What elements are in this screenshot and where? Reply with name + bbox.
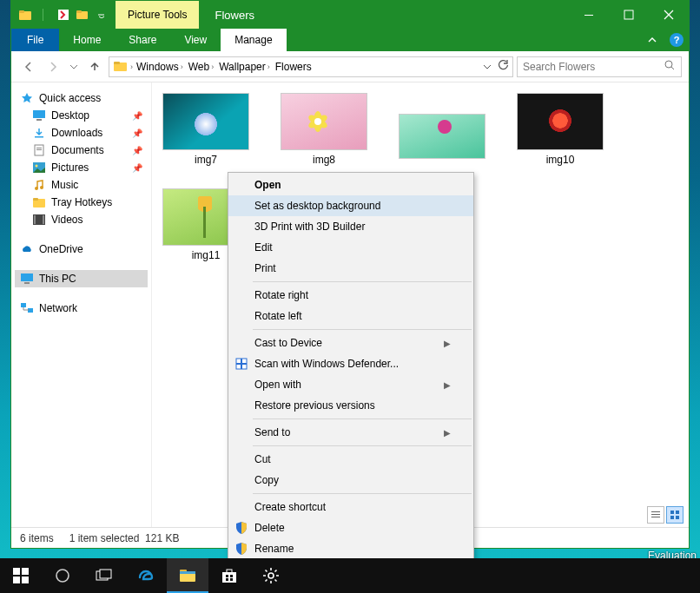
sidebar-item-network[interactable]: Network xyxy=(15,300,148,317)
crumb-flowers[interactable]: Flowers xyxy=(274,61,314,73)
sidebar-item-downloads[interactable]: Downloads📌 xyxy=(15,124,148,142)
refresh-button[interactable] xyxy=(497,59,509,74)
settings-button[interactable] xyxy=(250,558,292,593)
crumb-windows[interactable]: Windows› xyxy=(135,61,185,73)
store-button[interactable] xyxy=(208,558,250,593)
menu-item-label: Open xyxy=(254,179,281,191)
folder-icon xyxy=(32,195,46,209)
search-icon xyxy=(664,59,676,74)
svg-rect-56 xyxy=(230,575,233,577)
menu-item-scan-with-windows-defender[interactable]: Scan with Windows Defender... xyxy=(228,353,473,374)
menu-item-label: Restore previous versions xyxy=(254,399,375,412)
search-placeholder: Search Flowers xyxy=(523,61,595,73)
menu-item-rotate-left[interactable]: Rotate left xyxy=(228,306,473,326)
sidebar-item-videos[interactable]: Videos xyxy=(15,211,148,228)
forward-button[interactable] xyxy=(43,56,63,77)
file-img10[interactable]: img10 xyxy=(513,93,607,178)
tab-view[interactable]: View xyxy=(170,29,221,51)
tab-home[interactable]: Home xyxy=(59,29,115,51)
svg-rect-22 xyxy=(33,198,38,201)
pin-icon: 📌 xyxy=(132,111,142,121)
crumb-wallpaper[interactable]: Wallpaper› xyxy=(217,61,272,73)
menu-item-label: Rotate left xyxy=(254,310,302,322)
svg-rect-1 xyxy=(19,10,24,13)
menu-item-create-shortcut[interactable]: Create shortcut xyxy=(228,497,473,517)
separator xyxy=(253,281,472,282)
minimize-button[interactable] xyxy=(569,1,609,29)
chevron-down-icon[interactable] xyxy=(95,8,109,22)
menu-item-edit[interactable]: Edit xyxy=(228,237,473,258)
svg-rect-44 xyxy=(22,568,29,575)
thumbnail-icon xyxy=(162,93,249,150)
close-button[interactable] xyxy=(649,1,689,29)
svg-rect-2 xyxy=(43,9,43,21)
back-button[interactable] xyxy=(18,56,39,77)
separator xyxy=(253,329,472,330)
svg-point-19 xyxy=(35,187,38,190)
cortana-button[interactable] xyxy=(42,558,83,593)
menu-item-cut[interactable]: Cut xyxy=(228,449,473,470)
menu-item-open-with[interactable]: Open with▶ xyxy=(228,374,473,395)
menu-item-rename[interactable]: Rename xyxy=(228,538,473,559)
crumb-web[interactable]: Web› xyxy=(187,61,215,73)
thumbnails-view-button[interactable] xyxy=(666,506,683,524)
recent-locations-button[interactable] xyxy=(67,56,81,77)
menu-item-label: Delete xyxy=(254,522,285,534)
sidebar-item-documents[interactable]: Documents📌 xyxy=(15,142,148,159)
menu-item-restore-previous-versions[interactable]: Restore previous versions xyxy=(228,395,473,416)
up-button[interactable] xyxy=(84,56,105,77)
sidebar-item-music[interactable]: Music xyxy=(15,176,148,194)
context-menu: OpenSet as desktop background3D Print wi… xyxy=(228,172,474,589)
file-img8[interactable]: img8 xyxy=(277,93,371,178)
ribbon-collapse-button[interactable] xyxy=(640,29,664,51)
menu-item-label: 3D Print with 3D Builder xyxy=(254,221,365,233)
menu-item-label: Send to xyxy=(254,426,290,438)
svg-rect-41 xyxy=(676,516,679,519)
window-title: Flowers xyxy=(199,1,569,29)
menu-item-send-to[interactable]: Send to▶ xyxy=(228,422,473,443)
status-count: 6 items xyxy=(20,532,54,544)
sidebar-item-thispc[interactable]: This PC xyxy=(15,270,148,287)
menu-item-delete[interactable]: Delete xyxy=(228,517,473,538)
help-button[interactable]: ? xyxy=(664,29,689,51)
svg-rect-35 xyxy=(651,511,660,512)
svg-rect-15 xyxy=(36,148,42,148)
menu-item-cast-to-device[interactable]: Cast to Device▶ xyxy=(228,333,473,353)
edge-button[interactable] xyxy=(125,558,167,593)
file-img9[interactable]: img9 xyxy=(395,114,489,178)
sidebar-item-trayhotkeys[interactable]: Tray Hotkeys xyxy=(15,194,148,211)
file-img7[interactable]: img7 xyxy=(159,93,253,178)
menu-item-label: Rename xyxy=(254,543,294,555)
svg-rect-13 xyxy=(35,136,43,138)
submenu-arrow-icon: ▶ xyxy=(444,339,451,348)
tab-manage[interactable]: Manage xyxy=(221,29,286,51)
menu-item-label: Create shortcut xyxy=(254,501,326,513)
details-view-button[interactable] xyxy=(647,506,664,524)
quick-access-header[interactable]: Quick access xyxy=(15,89,148,107)
separator xyxy=(253,418,472,419)
menu-item-set-as-desktop-background[interactable]: Set as desktop background xyxy=(228,195,473,216)
tab-file[interactable]: File xyxy=(11,29,59,51)
svg-rect-55 xyxy=(226,575,228,577)
taskview-button[interactable] xyxy=(83,558,125,593)
menu-item-label: Open with xyxy=(254,379,301,391)
sidebar-item-pictures[interactable]: Pictures📌 xyxy=(15,159,148,176)
menu-item-print[interactable]: Print xyxy=(228,258,473,279)
menu-item-open[interactable]: Open xyxy=(228,175,473,195)
breadcrumb[interactable]: › Windows› Web› Wallpaper› Flowers xyxy=(109,56,513,77)
explorer-button[interactable] xyxy=(167,558,208,593)
search-input[interactable]: Search Flowers xyxy=(517,56,682,77)
tab-share[interactable]: Share xyxy=(115,29,170,51)
defender-icon xyxy=(234,356,249,372)
sidebar-item-onedrive[interactable]: OneDrive xyxy=(15,240,148,258)
downloads-icon xyxy=(32,126,46,140)
sidebar-item-desktop[interactable]: Desktop📌 xyxy=(15,107,148,124)
menu-item-3d-print-with-3d-builder[interactable]: 3D Print with 3D Builder xyxy=(228,216,473,237)
maximize-button[interactable] xyxy=(609,1,649,29)
new-folder-icon[interactable] xyxy=(76,8,89,22)
properties-icon[interactable] xyxy=(56,8,70,22)
start-button[interactable] xyxy=(0,558,42,593)
menu-item-copy[interactable]: Copy xyxy=(228,470,473,491)
menu-item-rotate-right[interactable]: Rotate right xyxy=(228,285,473,306)
history-dropdown-icon[interactable] xyxy=(483,61,492,73)
